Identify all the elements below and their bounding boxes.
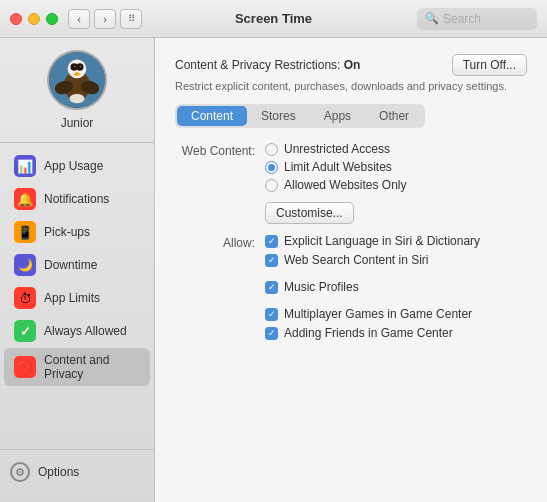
radio-label-allowed-only: Allowed Websites Only (284, 178, 407, 192)
segmented-control: Content Stores Apps Other (175, 104, 425, 128)
restrictions-subtitle: Restrict explicit content, purchases, do… (175, 80, 527, 92)
web-content-label: Web Content: (175, 142, 265, 158)
checkbox-icon-explicit (265, 235, 278, 248)
avatar (47, 50, 107, 110)
traffic-lights (10, 13, 58, 25)
maximize-button[interactable] (46, 13, 58, 25)
window-title: Screen Time (235, 11, 312, 26)
forward-button[interactable]: › (94, 9, 116, 29)
user-name: Junior (61, 116, 94, 130)
turn-off-button[interactable]: Turn Off... (452, 54, 527, 76)
checkbox-adding-friends[interactable]: Adding Friends in Game Center (265, 326, 527, 340)
checkbox-web-search[interactable]: Web Search Content in Siri (265, 253, 527, 267)
titlebar: ‹ › ⠿ Screen Time 🔍 Search (0, 0, 547, 38)
sidebar-item-label: Pick-ups (44, 225, 90, 239)
tab-apps[interactable]: Apps (310, 106, 365, 126)
checkbox-label-explicit: Explicit Language in Siri & Dictionary (284, 234, 480, 248)
sidebar-item-notifications[interactable]: 🔔 Notifications (4, 183, 150, 215)
checkbox-label-multiplayer: Multiplayer Games in Game Center (284, 307, 472, 321)
allow-label: Allow: (175, 234, 265, 250)
svg-point-5 (72, 65, 76, 69)
notifications-icon: 🔔 (14, 188, 36, 210)
always-allowed-icon: ✓ (14, 320, 36, 342)
search-placeholder: Search (443, 12, 481, 26)
checkbox-label-friends: Adding Friends in Game Center (284, 326, 453, 340)
svg-point-7 (74, 66, 75, 67)
app-usage-icon: 📊 (14, 155, 36, 177)
avatar-image (49, 52, 105, 108)
checkbox-icon-music (265, 281, 278, 294)
minimize-button[interactable] (28, 13, 40, 25)
content-privacy-icon: 🚫 (14, 356, 36, 378)
radio-label-unrestricted: Unrestricted Access (284, 142, 390, 156)
checkbox-multiplayer-games[interactable]: Multiplayer Games in Game Center (265, 307, 527, 321)
close-button[interactable] (10, 13, 22, 25)
restrictions-header: Content & Privacy Restrictions: On Turn … (175, 54, 527, 76)
sidebar-item-label: Downtime (44, 258, 97, 272)
tab-other[interactable]: Other (365, 106, 423, 126)
sidebar: Junior 📊 App Usage 🔔 Notifications 📱 Pic (0, 38, 155, 502)
radio-unrestricted[interactable]: Unrestricted Access (265, 142, 527, 156)
sidebar-item-label: Content and Privacy (44, 353, 140, 381)
checkbox-label-music: Music Profiles (284, 280, 359, 294)
main-area: Junior 📊 App Usage 🔔 Notifications 📱 Pic (0, 38, 547, 502)
sidebar-footer: ⚙ Options (0, 449, 154, 494)
sidebar-item-label: Notifications (44, 192, 109, 206)
radio-limit-adult[interactable]: Limit Adult Websites (265, 160, 527, 174)
web-content-options: Unrestricted Access Limit Adult Websites… (265, 142, 527, 224)
options-icon: ⚙ (10, 462, 30, 482)
checkbox-explicit-language[interactable]: Explicit Language in Siri & Dictionary (265, 234, 527, 248)
avatar-section: Junior (0, 50, 154, 143)
sidebar-item-label: App Usage (44, 159, 103, 173)
restrictions-status: On (344, 58, 361, 72)
sidebar-item-always-allowed[interactable]: ✓ Always Allowed (4, 315, 150, 347)
checkbox-music-profiles[interactable]: Music Profiles (265, 280, 527, 294)
customise-button[interactable]: Customise... (265, 202, 354, 224)
checkbox-label-web-search: Web Search Content in Siri (284, 253, 429, 267)
checkbox-icon-friends (265, 327, 278, 340)
sidebar-nav: 📊 App Usage 🔔 Notifications 📱 Pick-ups 🌙 (0, 143, 154, 445)
allow-content: Explicit Language in Siri & Dictionary W… (265, 234, 527, 345)
sidebar-item-content-privacy[interactable]: 🚫 Content and Privacy (4, 348, 150, 386)
tab-stores[interactable]: Stores (247, 106, 310, 126)
sidebar-item-pickups[interactable]: 📱 Pick-ups (4, 216, 150, 248)
nav-buttons: ‹ › (68, 9, 116, 29)
tab-content[interactable]: Content (177, 106, 247, 126)
svg-point-8 (80, 66, 81, 67)
sidebar-item-app-limits[interactable]: ⏱ App Limits (4, 282, 150, 314)
search-icon: 🔍 (425, 12, 439, 25)
web-content-row: Web Content: Unrestricted Access Limit A… (175, 142, 527, 224)
sidebar-item-label: Always Allowed (44, 324, 127, 338)
content-area: Content & Privacy Restrictions: On Turn … (155, 38, 547, 502)
restrictions-title: Content & Privacy Restrictions: On (175, 58, 360, 72)
radio-circle-allowed-only (265, 179, 278, 192)
app-limits-icon: ⏱ (14, 287, 36, 309)
sidebar-item-downtime[interactable]: 🌙 Downtime (4, 249, 150, 281)
search-box[interactable]: 🔍 Search (417, 8, 537, 30)
grid-button[interactable]: ⠿ (120, 9, 142, 29)
checkbox-icon-web-search (265, 254, 278, 267)
options-label: Options (38, 465, 79, 479)
radio-label-limit-adult: Limit Adult Websites (284, 160, 392, 174)
radio-circle-unrestricted (265, 143, 278, 156)
allow-row: Allow: Explicit Language in Siri & Dicti… (175, 234, 527, 345)
back-button[interactable]: ‹ (68, 9, 90, 29)
options-item[interactable]: ⚙ Options (10, 458, 144, 486)
sidebar-item-app-usage[interactable]: 📊 App Usage (4, 150, 150, 182)
downtime-icon: 🌙 (14, 254, 36, 276)
checkbox-icon-multiplayer (265, 308, 278, 321)
sidebar-item-label: App Limits (44, 291, 100, 305)
radio-allowed-only[interactable]: Allowed Websites Only (265, 178, 527, 192)
svg-point-6 (78, 65, 82, 69)
svg-point-12 (70, 94, 85, 103)
radio-circle-limit-adult (265, 161, 278, 174)
pickups-icon: 📱 (14, 221, 36, 243)
